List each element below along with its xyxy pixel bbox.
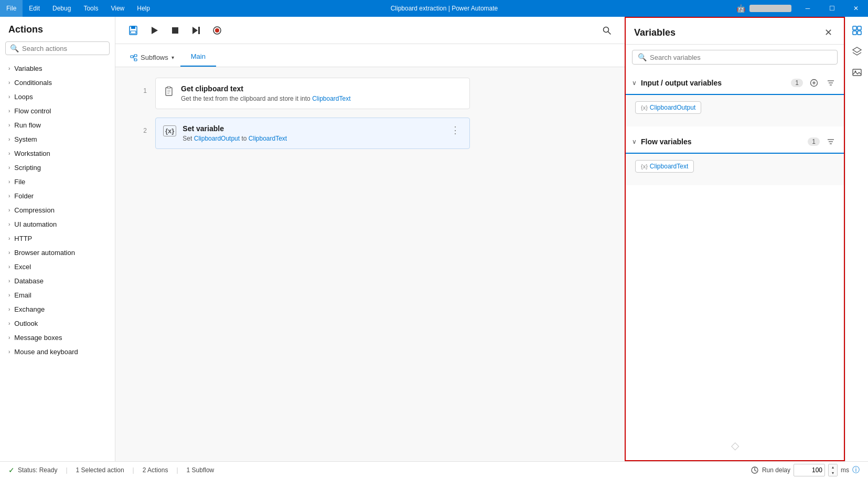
menu-help[interactable]: Help <box>131 0 156 17</box>
category-ui-automation[interactable]: › UI automation <box>0 217 115 231</box>
category-system[interactable]: › System <box>0 132 115 146</box>
flow-step-1: 1 Get clipboard text <box>136 78 604 109</box>
more-options-button[interactable]: ⋮ <box>448 124 462 136</box>
category-workstation[interactable]: › Workstation <box>0 146 115 161</box>
flow-filter-button[interactable] <box>824 135 838 148</box>
run-delay-input[interactable] <box>794 464 825 476</box>
minimize-button[interactable]: ─ <box>796 0 820 17</box>
clipboard-text-link2[interactable]: ClipboardText <box>249 135 287 142</box>
step-number: 2 <box>136 118 147 134</box>
category-scripting[interactable]: › Scripting <box>0 161 115 175</box>
menu-debug[interactable]: Debug <box>46 0 77 17</box>
title-bar-icons: 🤖 <box>732 4 796 13</box>
category-browser-automation[interactable]: › Browser automation <box>0 246 115 260</box>
step-content-2: Set variable Set ClipboardOutput to Clip… <box>183 124 442 142</box>
clipboard-output-link[interactable]: ClipboardOutput <box>194 135 240 142</box>
maximize-button[interactable]: ☐ <box>820 0 844 17</box>
variables-search-input[interactable] <box>650 54 832 61</box>
category-database[interactable]: › Database <box>0 274 115 288</box>
variables-sidebar-button[interactable] <box>848 21 866 40</box>
category-label: System <box>14 135 37 143</box>
run-button[interactable] <box>145 21 164 40</box>
category-mouse-keyboard[interactable]: › Mouse and keyboard <box>0 345 115 359</box>
tabs-bar: Subflows ▾ Main <box>115 44 625 67</box>
category-email[interactable]: › Email <box>0 288 115 302</box>
diamond-icon: ◇ <box>731 439 739 452</box>
flow-step-2: 2 {x} Set variable Set ClipboardOutput t… <box>136 118 604 149</box>
clock-icon <box>751 466 759 474</box>
category-compression[interactable]: › Compression <box>0 203 115 217</box>
category-label: Compression <box>14 206 55 214</box>
add-variable-button[interactable] <box>807 76 821 90</box>
record-button[interactable] <box>208 21 227 40</box>
category-label: Excel <box>14 263 31 271</box>
category-label: UI automation <box>14 220 57 228</box>
svg-rect-32 <box>853 31 856 35</box>
delay-unit: ms <box>841 466 849 474</box>
category-loops[interactable]: › Loops <box>0 90 115 104</box>
chevron-icon: › <box>8 250 10 256</box>
category-label: Folder <box>14 192 34 200</box>
filter-button[interactable] <box>824 76 838 90</box>
menu-tools[interactable]: Tools <box>77 0 104 17</box>
spinner-up[interactable]: ▴ <box>829 464 837 470</box>
status-bar: ✓ Status: Ready | 1 Selected action | 2 … <box>0 461 868 478</box>
info-icon[interactable]: ⓘ <box>852 465 860 475</box>
status-ready: ✓ Status: Ready <box>8 466 57 474</box>
category-label: Mouse and keyboard <box>14 348 78 356</box>
clipboard-output-chip[interactable]: {x} ClipboardOutput <box>635 101 701 114</box>
category-label: HTTP <box>14 235 32 242</box>
search-input[interactable] <box>22 45 105 52</box>
category-label: Workstation <box>14 150 50 157</box>
category-exchange[interactable]: › Exchange <box>0 302 115 316</box>
input-output-header[interactable]: ∨ Input / output variables 1 <box>626 72 844 95</box>
category-variables[interactable]: › Variables <box>0 61 115 76</box>
search-icon: 🔍 <box>638 53 647 61</box>
variables-close-button[interactable]: ✕ <box>821 25 835 40</box>
title-bar: File Edit Debug Tools View Help Clipboar… <box>0 0 868 17</box>
menu-view[interactable]: View <box>104 0 131 17</box>
next-step-button[interactable] <box>187 21 206 40</box>
step-desc: Get the text from the clipboard and stor… <box>181 95 462 102</box>
category-message-boxes[interactable]: › Message boxes <box>0 331 115 345</box>
category-conditionals[interactable]: › Conditionals <box>0 76 115 90</box>
step-content-1: Get clipboard text Get the text from the… <box>181 84 462 102</box>
category-outlook[interactable]: › Outlook <box>0 316 115 331</box>
category-flow-control[interactable]: › Flow control <box>0 104 115 118</box>
image-sidebar-button[interactable] <box>848 63 866 82</box>
variable-icon: {x} <box>641 104 648 111</box>
category-file[interactable]: › File <box>0 175 115 189</box>
svg-rect-30 <box>853 26 856 30</box>
menu-file[interactable]: File <box>0 0 23 17</box>
clipboard-text-chip[interactable]: {x} ClipboardText <box>635 160 694 173</box>
run-delay-label: Run delay <box>762 466 790 474</box>
chevron-icon: › <box>8 80 10 86</box>
category-excel[interactable]: › Excel <box>0 260 115 274</box>
spinner-down[interactable]: ▾ <box>829 470 837 476</box>
chevron-icon: › <box>8 236 10 241</box>
svg-rect-17 <box>167 87 170 88</box>
menu-edit[interactable]: Edit <box>23 0 46 17</box>
subflows-button[interactable]: Subflows ▾ <box>124 54 180 67</box>
chevron-icon: › <box>8 165 10 171</box>
category-label: Exchange <box>14 305 45 313</box>
category-run-flow[interactable]: › Run flow <box>0 118 115 132</box>
category-label: Loops <box>14 93 33 101</box>
flow-variables-header[interactable]: ∨ Flow variables 1 <box>626 131 844 154</box>
close-button[interactable]: ✕ <box>844 0 868 17</box>
tab-main[interactable]: Main <box>180 47 216 67</box>
canvas-search-button[interactable] <box>597 21 616 40</box>
actions-panel: Actions 🔍 › Variables › Conditionals › L… <box>0 17 115 461</box>
chevron-icon: › <box>8 278 10 284</box>
category-folder[interactable]: › Folder <box>0 189 115 203</box>
svg-rect-6 <box>198 27 200 34</box>
step-card-1[interactable]: Get clipboard text Get the text from the… <box>155 78 470 109</box>
category-http[interactable]: › HTTP <box>0 231 115 246</box>
variables-header: Variables ✕ <box>626 18 844 45</box>
clipboard-text-link[interactable]: ClipboardText <box>312 95 350 102</box>
stop-button[interactable] <box>166 21 185 40</box>
save-button[interactable] <box>124 21 143 40</box>
layers-sidebar-button[interactable] <box>848 42 866 61</box>
variables-title: Variables <box>634 27 676 38</box>
step-card-2[interactable]: {x} Set variable Set ClipboardOutput to … <box>155 118 470 149</box>
